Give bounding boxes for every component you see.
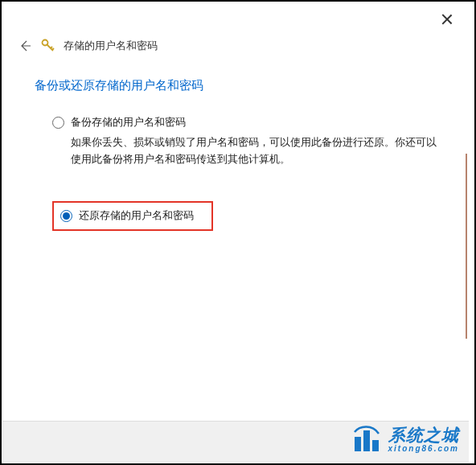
options-group: 备份存储的用户名和密码 如果你丢失、损坏或销毁了用户名和密码，可以使用此备份进行… — [35, 116, 437, 231]
page-heading: 备份或还原存储的用户名和密码 — [35, 78, 437, 93]
dialog-header: 存储的用户名和密码 — [2, 2, 469, 54]
watermark-text: 系统之城 xitong86.com — [388, 426, 459, 453]
option-backup-label: 备份存储的用户名和密码 — [71, 116, 186, 130]
dialog-title: 存储的用户名和密码 — [64, 39, 158, 53]
watermark-brand: 系统之城 — [388, 426, 459, 444]
watermark-domain: xitong86.com — [388, 444, 459, 453]
svg-point-0 — [43, 40, 48, 46]
credential-backup-dialog: 存储的用户名和密码 备份或还原存储的用户名和密码 备份存储的用户名和密码 如果你… — [2, 2, 469, 463]
watermark: 系统之城 xitong86.com — [350, 422, 459, 456]
radio-restore[interactable] — [60, 210, 72, 222]
option-restore-label: 还原存储的用户名和密码 — [79, 209, 194, 223]
option-backup[interactable]: 备份存储的用户名和密码 — [52, 116, 437, 130]
radio-backup[interactable] — [52, 117, 64, 129]
dialog-content: 备份或还原存储的用户名和密码 备份存储的用户名和密码 如果你丢失、损坏或销毁了用… — [2, 54, 469, 231]
option-restore-highlight: 还原存储的用户名和密码 — [52, 201, 213, 231]
back-button[interactable] — [17, 38, 33, 54]
edge-accent — [466, 154, 467, 339]
close-button[interactable] — [441, 14, 453, 25]
key-icon — [41, 39, 55, 53]
option-backup-description: 如果你丢失、损坏或销毁了用户名和密码，可以使用此备份进行还原。你还可以使用此备份… — [52, 134, 437, 169]
watermark-logo-icon — [350, 422, 384, 456]
